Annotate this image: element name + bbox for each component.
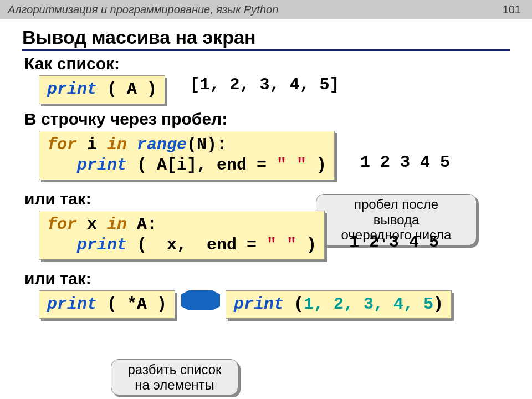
kw-in: in [107,215,127,234]
code-print-star: print ( *A ) [39,290,175,319]
string-literal: " " [277,156,306,175]
code-text: x [77,215,107,234]
indent [47,236,77,254]
kw-print: print [77,236,127,254]
page-number: 101 [503,3,521,16]
code-text: ( [284,295,304,314]
callout-split-list: разбить список на элементы [111,359,238,395]
label-or-so-2: или так: [24,269,510,288]
string-literal: " " [267,236,296,254]
header-bar: Алгоритмизация и программирование, язык … [0,0,532,19]
output-list: [1, 2, 3, 4, 5] [190,75,340,94]
double-arrow-icon [181,290,220,310]
kw-range: range [137,135,187,154]
kw-print: print [47,80,97,99]
code-text: A: [127,215,157,234]
kw-print: print [77,156,127,175]
code-text: i [77,135,107,154]
output-spaces-2: 1 2 3 4 5 [349,233,439,252]
code-text: ) [296,236,316,254]
code-print-expanded: print (1, 2, 3, 4, 5) [226,290,452,319]
code-text: ) [306,156,326,175]
code-print-a: print ( A ) [39,75,165,104]
indent [47,156,77,175]
code-text: ( A ) [97,80,157,99]
kw-in: in [107,135,127,154]
numbers: 1, 2, 3, 4, 5 [304,295,433,314]
code-text [127,135,137,154]
slide-content: Вывод массива на экран Как список: print… [0,19,532,319]
code-text: ( A[i], end = [127,156,277,175]
kw-for: for [47,215,77,234]
label-inline-space: В строчку через пробел: [24,110,510,129]
kw-for: for [47,135,77,154]
code-text: ( *A ) [97,295,167,314]
kw-print: print [234,295,284,314]
output-spaces: 1 2 3 4 5 [360,153,450,172]
code-text: (N): [187,135,227,154]
label-as-list: Как список: [24,54,510,73]
code-for-range: for i in range(N): print ( A[i], end = "… [39,131,335,180]
kw-print: print [47,295,97,314]
course-title: Алгоритмизация и программирование, язык … [8,3,278,16]
code-for-in-a: for x in A: print ( x, end = " " ) [39,211,325,260]
section-title: Вывод массива на экран [22,27,510,51]
code-text: ( x, end = [127,236,267,254]
code-text: ) [433,295,443,314]
